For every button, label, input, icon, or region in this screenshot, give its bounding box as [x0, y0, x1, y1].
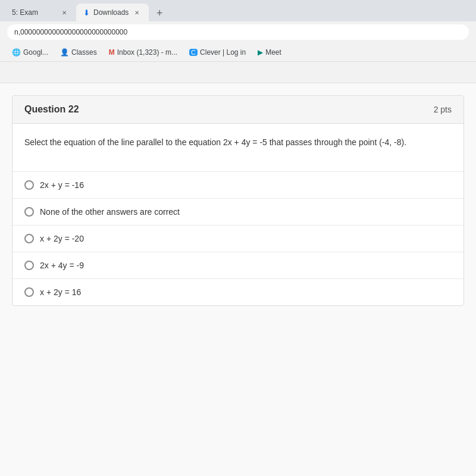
meet-icon: ▶ [258, 48, 263, 57]
page-content: Question 22 2 pts Select the equation of… [0, 62, 476, 476]
bookmark-meet-label: Meet [265, 48, 281, 57]
answer-option-1[interactable]: 2x + y = -16 [12, 171, 464, 198]
address-text: n,000000000000000000000000000 [14, 28, 127, 36]
tab-downloads-close[interactable]: ✕ [132, 8, 142, 17]
answer-text-1: 2x + y = -16 [40, 180, 84, 190]
bookmark-google-label: Googl... [23, 48, 48, 57]
answer-option-3[interactable]: x + 2y = -20 [12, 225, 464, 252]
answer-text-3: x + 2y = -20 [40, 234, 84, 243]
clever-icon: C [189, 49, 198, 56]
radio-3[interactable] [24, 234, 34, 243]
answer-text-4: 2x + 4y = -9 [40, 261, 84, 270]
tab-downloads-title: Downloads [93, 8, 129, 17]
download-icon: ⬇ [83, 8, 90, 17]
question-points: 2 pts [434, 105, 452, 114]
bookmark-classes[interactable]: 👤 Classes [55, 47, 102, 58]
tab-exam-close[interactable]: ✕ [60, 8, 69, 17]
answer-text-5: x + 2y = 16 [40, 287, 81, 297]
radio-1[interactable] [24, 180, 34, 190]
question-text: Select the equation of the line parallel… [24, 136, 452, 149]
address-bar-row: n,000000000000000000000000000 [0, 21, 476, 43]
bookmark-clever-label: Clever | Log in [200, 48, 246, 57]
new-tab-button[interactable]: + [151, 5, 168, 21]
radio-5[interactable] [24, 287, 34, 297]
bookmark-classes-label: Classes [71, 48, 97, 57]
google-icon: 🌐 [12, 48, 21, 57]
tab-exam-title: 5: Exam [12, 8, 56, 17]
tab-downloads[interactable]: ⬇ Downloads ✕ [76, 4, 149, 21]
tab-bar: 5: Exam ✕ ⬇ Downloads ✕ + [0, 0, 476, 21]
bookmark-meet[interactable]: ▶ Meet [253, 47, 286, 58]
question-number: Question 22 [24, 104, 79, 115]
question-card: Question 22 2 pts Select the equation of… [12, 95, 464, 306]
bookmark-inbox[interactable]: M Inbox (1,323) - m... [104, 47, 182, 58]
address-bar[interactable]: n,000000000000000000000000000 [7, 24, 469, 40]
bookmark-clever[interactable]: C Clever | Log in [184, 47, 250, 58]
radio-4[interactable] [24, 261, 34, 270]
question-body: Select the equation of the line parallel… [12, 124, 464, 171]
gmail-icon: M [109, 48, 115, 57]
browser-chrome: 5: Exam ✕ ⬇ Downloads ✕ + n,000000000000… [0, 0, 476, 62]
bookmark-inbox-label: Inbox (1,323) - m... [117, 48, 177, 57]
question-header: Question 22 2 pts [12, 96, 464, 124]
bookmarks-bar: 🌐 Googl... 👤 Classes M Inbox (1,323) - m… [0, 43, 476, 62]
top-bar-placeholder [0, 62, 476, 83]
bookmark-google[interactable]: 🌐 Googl... [7, 47, 53, 58]
answer-option-4[interactable]: 2x + 4y = -9 [12, 252, 464, 278]
tab-exam[interactable]: 5: Exam ✕ [5, 4, 76, 21]
classes-icon: 👤 [60, 48, 69, 57]
answer-option-2[interactable]: None of the other answers are correct [12, 198, 464, 225]
answer-text-2: None of the other answers are correct [40, 207, 180, 217]
answer-options: 2x + y = -16 None of the other answers a… [12, 171, 464, 305]
radio-2[interactable] [24, 207, 34, 217]
answer-option-5[interactable]: x + 2y = 16 [12, 278, 464, 305]
